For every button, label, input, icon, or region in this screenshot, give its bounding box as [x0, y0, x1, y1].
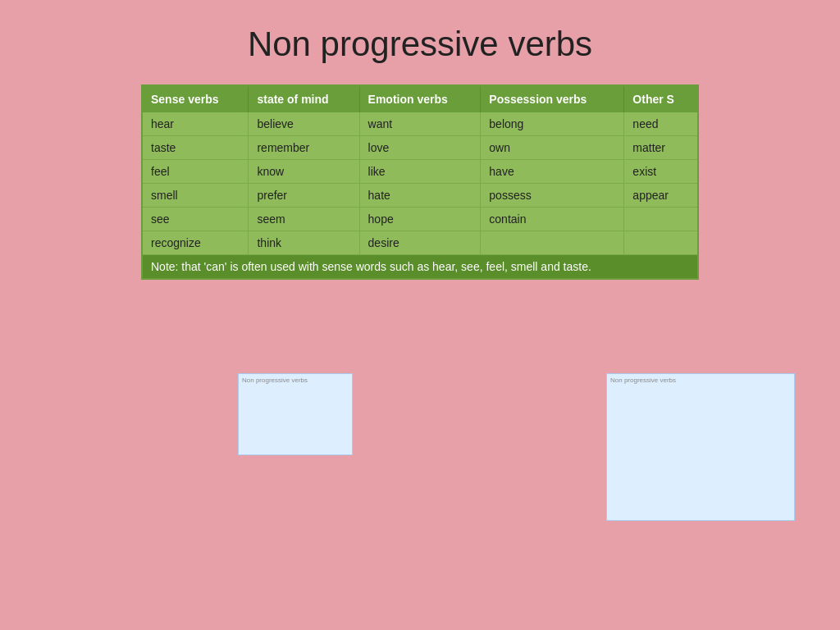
col-header-possession: Possession verbs	[481, 85, 624, 112]
verb-table: Sense verbs state of mind Emotion verbs …	[141, 84, 699, 280]
verb-table-container: Sense verbs state of mind Emotion verbs …	[141, 84, 699, 280]
table-cell: believe	[249, 112, 359, 136]
card-left-label: Non progressive verbs	[239, 374, 352, 386]
note-row: Note: that 'can' is often used with sens…	[142, 255, 698, 280]
table-cell: recognize	[142, 231, 249, 255]
table-cell: like	[359, 160, 481, 184]
table-cell	[624, 231, 698, 255]
table-header-row: Sense verbs state of mind Emotion verbs …	[142, 85, 698, 112]
table-cell: appear	[624, 184, 698, 208]
table-cell: hope	[359, 208, 481, 231]
col-header-other: Other S	[624, 85, 698, 112]
table-cell: belong	[481, 112, 624, 136]
table-cell: see	[142, 208, 249, 231]
table-cell: matter	[624, 136, 698, 160]
table-row: hearbelievewantbelongneed	[142, 112, 698, 136]
card-left: Non progressive verbs	[238, 373, 353, 455]
table-cell: love	[359, 136, 481, 160]
table-cell: smell	[142, 184, 249, 208]
table-row: seeseemhopecontain	[142, 208, 698, 231]
card-right: Non progressive verbs	[606, 373, 795, 521]
table-cell: feel	[142, 160, 249, 184]
table-cell: own	[481, 136, 624, 160]
col-header-sense: Sense verbs	[142, 85, 249, 112]
table-cell: seem	[249, 208, 359, 231]
col-header-state: state of mind	[249, 85, 359, 112]
table-cell	[624, 208, 698, 231]
table-row: recognizethinkdesire	[142, 231, 698, 255]
table-cell: hate	[359, 184, 481, 208]
note-text: Note: that 'can' is often used with sens…	[142, 255, 698, 280]
col-header-emotion: Emotion verbs	[359, 85, 481, 112]
table-cell: think	[249, 231, 359, 255]
page-title: Non progressive verbs	[0, 0, 840, 84]
table-cell: taste	[142, 136, 249, 160]
table-cell: possess	[481, 184, 624, 208]
table-cell: contain	[481, 208, 624, 231]
table-cell: remember	[249, 136, 359, 160]
table-cell: know	[249, 160, 359, 184]
table-cell	[481, 231, 624, 255]
table-row: feelknowlikehaveexist	[142, 160, 698, 184]
table-cell: want	[359, 112, 481, 136]
table-cell: desire	[359, 231, 481, 255]
table-cell: exist	[624, 160, 698, 184]
table-cell: need	[624, 112, 698, 136]
table-row: smellpreferhatepossessappear	[142, 184, 698, 208]
table-row: tasterememberloveownmatter	[142, 136, 698, 160]
card-right-label: Non progressive verbs	[607, 374, 794, 386]
table-cell: have	[481, 160, 624, 184]
table-cell: prefer	[249, 184, 359, 208]
table-cell: hear	[142, 112, 249, 136]
